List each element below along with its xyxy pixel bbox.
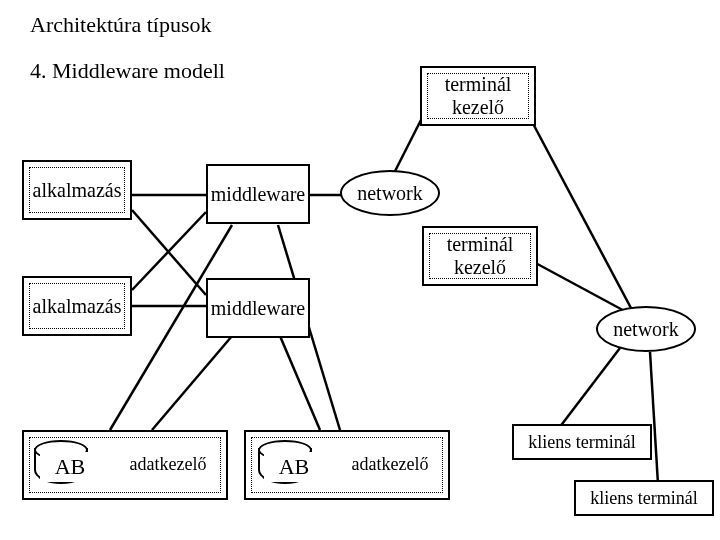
label: middleware	[211, 297, 305, 320]
node-network-1: network	[340, 170, 440, 216]
label: adatkezelő	[130, 454, 207, 475]
datahandler-1: adatkezelő	[118, 442, 218, 486]
db-label-1: AB	[40, 452, 100, 482]
label: network	[357, 182, 423, 205]
label: kliens terminál	[528, 432, 635, 453]
label: AB	[55, 454, 86, 480]
node-application-2: alkalmazás	[22, 276, 132, 336]
label: network	[613, 318, 679, 341]
label: terminál	[445, 73, 512, 96]
node-terminal-handler-2: terminál kezelő	[422, 226, 538, 286]
svg-line-12	[556, 348, 620, 432]
label: alkalmazás	[33, 179, 122, 202]
label: terminál	[447, 233, 514, 256]
svg-line-6	[132, 210, 206, 295]
label: kliens terminál	[590, 488, 697, 509]
node-client-terminal-2: kliens terminál	[574, 480, 714, 516]
label: middleware	[211, 183, 305, 206]
page-title: Architektúra típusok	[30, 12, 211, 38]
db-label-2: AB	[264, 452, 324, 482]
node-terminal-handler-1: terminál kezelő	[420, 66, 536, 126]
label: adatkezelő	[352, 454, 429, 475]
label: kezelő	[447, 256, 514, 279]
page-subtitle: 4. Middleware modell	[30, 58, 225, 84]
svg-line-13	[650, 352, 658, 484]
svg-line-10	[152, 336, 232, 430]
node-middleware-2: middleware	[206, 278, 310, 338]
node-application-1: alkalmazás	[22, 160, 132, 220]
diagram-stage: Architektúra típusok 4. Middleware model…	[0, 0, 720, 540]
svg-line-7	[132, 212, 206, 290]
label: alkalmazás	[33, 295, 122, 318]
datahandler-2: adatkezelő	[340, 442, 440, 486]
label: AB	[279, 454, 310, 480]
svg-line-1	[530, 118, 640, 325]
node-network-2: network	[596, 306, 696, 352]
svg-line-2	[530, 260, 632, 315]
svg-line-11	[280, 336, 320, 430]
node-middleware-1: middleware	[206, 164, 310, 224]
label: kezelő	[445, 96, 512, 119]
node-client-terminal-1: kliens terminál	[512, 424, 652, 460]
